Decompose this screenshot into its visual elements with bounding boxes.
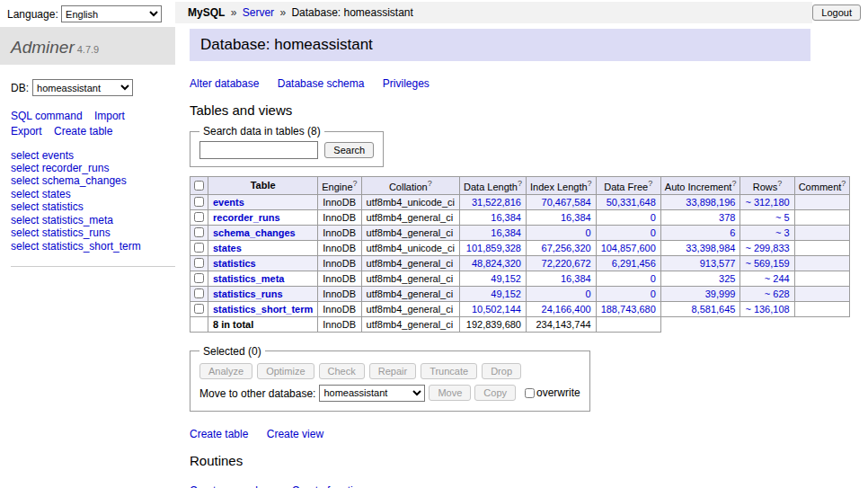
db-action-link[interactable]: Privileges xyxy=(383,77,430,90)
table-name-link[interactable]: statistics_meta xyxy=(213,273,285,284)
analyze-button[interactable]: Analyze xyxy=(199,363,252,379)
sidebar-select-link[interactable]: select events xyxy=(11,150,175,162)
auto-increment-link[interactable]: 913,577 xyxy=(700,258,736,269)
help-icon[interactable]: ? xyxy=(648,179,652,188)
db-select[interactable]: homeassistant xyxy=(32,79,133,96)
create-link[interactable]: Create view xyxy=(267,428,323,440)
adminer-brand[interactable]: Adminer xyxy=(11,38,75,57)
auto-increment-link[interactable]: 6 xyxy=(730,227,735,238)
help-icon[interactable]: ? xyxy=(518,179,522,188)
data-length-link[interactable]: 101,859,328 xyxy=(466,243,521,253)
sidebar-action-link[interactable]: Create table xyxy=(54,125,112,138)
data-free-link[interactable]: 104,857,600 xyxy=(601,243,656,253)
sidebar-select-link[interactable]: select statistics_short_term xyxy=(11,241,175,253)
table-name-link[interactable]: statistics_runs xyxy=(213,288,283,299)
sidebar-select-link[interactable]: select statistics xyxy=(11,201,175,213)
row-checkbox[interactable] xyxy=(194,273,204,283)
row-checkbox[interactable] xyxy=(194,212,204,222)
data-free-link[interactable]: 0 xyxy=(651,227,656,238)
drop-button[interactable]: Drop xyxy=(482,363,521,379)
table-name-link[interactable]: statistics xyxy=(213,258,256,269)
auto-increment-link[interactable]: 33,898,196 xyxy=(686,197,735,208)
rows-link[interactable]: ~ 312,180 xyxy=(745,197,789,208)
row-checkbox[interactable] xyxy=(194,288,204,298)
auto-increment-link[interactable]: 39,999 xyxy=(705,288,736,299)
table-name-link[interactable]: states xyxy=(213,243,242,253)
auto-increment-link[interactable]: 8,581,645 xyxy=(691,304,735,315)
create-link[interactable]: Create table xyxy=(190,428,248,440)
data-length-link[interactable]: 31,522,816 xyxy=(472,197,521,208)
rows-link[interactable]: ~ 244 xyxy=(765,273,790,284)
logout-button[interactable]: Logout xyxy=(812,4,861,21)
index-length-link[interactable]: 0 xyxy=(586,227,591,238)
data-length-link[interactable]: 48,824,320 xyxy=(472,258,521,269)
help-icon[interactable]: ? xyxy=(731,179,736,188)
index-length-link[interactable]: 70,467,584 xyxy=(542,197,591,208)
rows-link[interactable]: ~ 136,108 xyxy=(745,304,789,315)
select-all-checkbox[interactable] xyxy=(194,181,204,191)
table-name-link[interactable]: events xyxy=(213,197,244,208)
sidebar-select-link[interactable]: select recorder_runs xyxy=(11,163,175,174)
routine-link[interactable]: Create function xyxy=(292,484,365,488)
sidebar-action-link[interactable]: SQL command xyxy=(11,110,83,122)
index-length-link[interactable]: 72,220,672 xyxy=(542,258,591,269)
overwrite-checkbox[interactable] xyxy=(525,388,535,398)
help-icon[interactable]: ? xyxy=(353,179,358,188)
db-action-link[interactable]: Alter database xyxy=(190,77,259,90)
db-action-link[interactable]: Database schema xyxy=(278,77,365,90)
copy-button[interactable]: Copy xyxy=(474,385,516,401)
data-length-link[interactable]: 16,384 xyxy=(491,212,521,223)
rows-link[interactable]: ~ 299,833 xyxy=(745,243,789,253)
overwrite-label[interactable]: overwrite xyxy=(523,386,580,399)
data-free-link[interactable]: 0 xyxy=(651,273,656,284)
row-checkbox[interactable] xyxy=(194,304,204,314)
index-length-link[interactable]: 67,256,320 xyxy=(542,243,591,253)
optimize-button[interactable]: Optimize xyxy=(257,363,314,379)
index-length-link[interactable]: 16,384 xyxy=(561,212,591,223)
data-length-link[interactable]: 10,502,144 xyxy=(472,304,521,315)
sidebar-action-link[interactable]: Import xyxy=(94,110,125,122)
index-length-link[interactable]: 0 xyxy=(586,288,591,299)
auto-increment-link[interactable]: 325 xyxy=(719,273,735,284)
sidebar-select-link[interactable]: select statistics_meta xyxy=(11,215,175,226)
index-length-link[interactable]: 24,166,400 xyxy=(542,304,591,315)
row-checkbox[interactable] xyxy=(194,197,204,207)
search-button[interactable]: Search xyxy=(324,142,374,158)
data-length-link[interactable]: 49,152 xyxy=(491,288,521,299)
rows-link[interactable]: ~ 3 xyxy=(775,227,790,238)
auto-increment-link[interactable]: 378 xyxy=(719,212,735,223)
move-db-select[interactable]: homeassistant xyxy=(319,385,425,402)
search-input[interactable] xyxy=(199,141,318,159)
row-checkbox[interactable] xyxy=(194,243,204,253)
breadcrumb-server-link[interactable]: Server xyxy=(243,6,274,19)
help-icon[interactable]: ? xyxy=(428,179,432,188)
data-length-link[interactable]: 49,152 xyxy=(491,273,521,284)
row-checkbox[interactable] xyxy=(194,258,204,268)
data-length-link[interactable]: 16,384 xyxy=(491,227,521,238)
rows-link[interactable]: ~ 569,159 xyxy=(745,258,789,269)
auto-increment-link[interactable]: 33,398,984 xyxy=(686,243,735,253)
rows-link[interactable]: ~ 5 xyxy=(775,212,790,223)
index-length-link[interactable]: 16,384 xyxy=(561,273,591,284)
help-icon[interactable]: ? xyxy=(777,179,782,188)
routine-link[interactable]: Create procedure xyxy=(190,484,273,488)
help-icon[interactable]: ? xyxy=(841,179,846,188)
check-button[interactable]: Check xyxy=(319,363,365,379)
data-free-link[interactable]: 6,291,456 xyxy=(612,258,656,269)
data-free-link[interactable]: 188,743,680 xyxy=(601,304,656,315)
truncate-button[interactable]: Truncate xyxy=(421,363,477,379)
data-free-link[interactable]: 50,331,648 xyxy=(607,197,656,208)
breadcrumb-mysql[interactable]: MySQL xyxy=(188,6,225,19)
move-button[interactable]: Move xyxy=(429,385,471,401)
help-icon[interactable]: ? xyxy=(588,179,592,188)
data-free-link[interactable]: 0 xyxy=(651,288,656,299)
table-name-link[interactable]: recorder_runs xyxy=(213,212,280,223)
language-select[interactable]: English xyxy=(61,5,162,22)
data-free-link[interactable]: 0 xyxy=(651,212,656,223)
sidebar-action-link[interactable]: Export xyxy=(11,125,42,138)
table-name-link[interactable]: schema_changes xyxy=(213,227,296,238)
sidebar-select-link[interactable]: select states xyxy=(11,189,175,200)
repair-button[interactable]: Repair xyxy=(369,363,416,379)
table-name-link[interactable]: statistics_short_term xyxy=(213,304,313,315)
sidebar-select-link[interactable]: select schema_changes xyxy=(11,175,175,187)
